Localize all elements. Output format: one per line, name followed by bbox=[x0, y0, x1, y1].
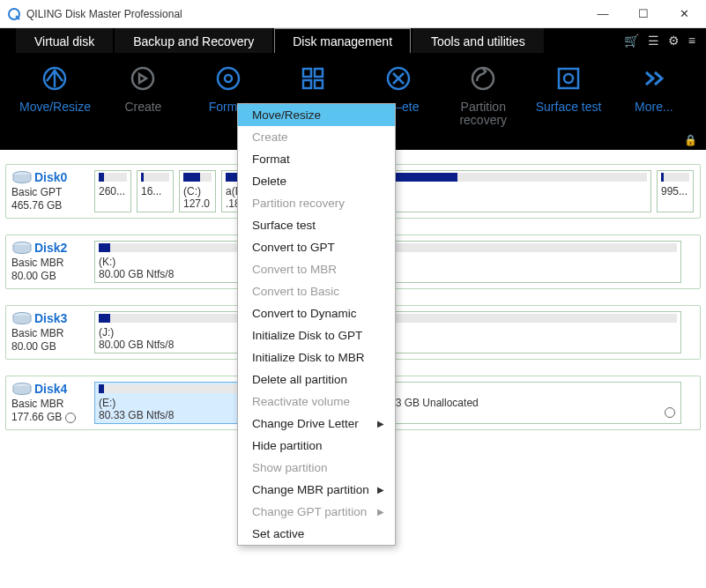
submenu-arrow-icon: ▶ bbox=[377, 485, 384, 495]
partition-size: 260... bbox=[99, 185, 127, 197]
ctx-delete-all-partition[interactable]: Delete all partition bbox=[238, 368, 395, 391]
ctx-item-label: Partition recovery bbox=[252, 197, 345, 210]
tab-backup-and-recovery[interactable]: Backup and Recovery bbox=[115, 28, 272, 53]
toolbar-icon bbox=[213, 63, 243, 93]
ctx-delete[interactable]: Delete bbox=[238, 170, 395, 192]
ctx-item-label: Hide partition bbox=[252, 439, 323, 452]
tab-virtual-disk[interactable]: Virtual disk bbox=[16, 28, 113, 53]
partition-size: 33 GB Unallocated bbox=[390, 397, 677, 409]
ctx-initialize-disk-to-gpt[interactable]: Initialize Disk to GPT bbox=[238, 324, 395, 346]
tab-disk-management[interactable]: Disk management bbox=[274, 28, 411, 53]
toolbar-more-[interactable]: More... bbox=[621, 63, 687, 114]
top-right-icons: 🛒 ☰ ⚙ ≡ bbox=[624, 28, 706, 53]
toolbar-label: Surface test bbox=[536, 100, 602, 114]
settings-icon[interactable]: ⚙ bbox=[668, 33, 680, 48]
disk-icon bbox=[11, 311, 33, 327]
partition-cell[interactable]: 995... bbox=[657, 170, 694, 212]
disk-name: Disk3 bbox=[11, 311, 89, 327]
disk-name: Disk0 bbox=[11, 170, 89, 186]
lock-icon[interactable]: 🔒 bbox=[684, 134, 697, 146]
toolbar-label: Create bbox=[124, 100, 161, 114]
disk-type: Basic GPT bbox=[11, 186, 89, 199]
disk-icon bbox=[11, 382, 33, 398]
ctx-item-label: Convert to MBR bbox=[252, 263, 337, 276]
tab-tools-and-utilities[interactable]: Tools and utilities bbox=[412, 28, 544, 53]
svg-point-3 bbox=[218, 68, 239, 89]
maximize-button[interactable]: ☐ bbox=[623, 1, 664, 27]
disk-meta[interactable]: Disk0Basic GPT465.76 GB bbox=[11, 170, 89, 212]
ctx-set-active[interactable]: Set active bbox=[238, 523, 395, 545]
top-strip: Virtual diskBackup and RecoveryDisk mana… bbox=[0, 28, 706, 53]
disk-type: Basic MBR bbox=[11, 327, 89, 340]
ctx-item-label: Delete all partition bbox=[252, 373, 347, 386]
ctx-item-label: Format bbox=[252, 153, 290, 166]
titlebar: QILING Disk Master Professional — ☐ ✕ bbox=[0, 0, 706, 28]
menu-icon[interactable]: ≡ bbox=[688, 33, 695, 48]
toolbar-icon bbox=[40, 63, 70, 93]
svg-rect-5 bbox=[303, 69, 311, 77]
partition-cell[interactable]: 33 GB Unallocated bbox=[385, 382, 681, 424]
radio-icon bbox=[65, 413, 76, 423]
ctx-convert-to-dynamic[interactable]: Convert to Dynamic bbox=[238, 302, 395, 324]
usage-bar bbox=[141, 173, 169, 182]
context-menu: Move/ResizeCreateFormatDeletePartition r… bbox=[237, 103, 396, 546]
disk-meta[interactable]: Disk4Basic MBR177.66 GB bbox=[11, 382, 89, 424]
toolbar-label: Move/Resize bbox=[19, 100, 91, 114]
ctx-show-partition: Show partition bbox=[238, 457, 395, 479]
toolbar-icon bbox=[554, 63, 583, 93]
toolbar-icon bbox=[128, 63, 158, 93]
usage-bar bbox=[661, 173, 689, 182]
disk-icon bbox=[11, 170, 33, 186]
disk-size: 80.00 GB bbox=[11, 270, 89, 283]
ctx-item-label: Initialize Disk to MBR bbox=[252, 351, 365, 364]
ctx-initialize-disk-to-mbr[interactable]: Initialize Disk to MBR bbox=[238, 346, 395, 368]
disk-size: 465.76 GB bbox=[11, 199, 89, 212]
ctx-surface-test[interactable]: Surface test bbox=[238, 214, 395, 236]
partition-label: (C:) bbox=[183, 185, 212, 197]
disk-meta[interactable]: Disk2Basic MBR80.00 GB bbox=[11, 241, 89, 283]
ctx-convert-to-gpt[interactable]: Convert to GPT bbox=[238, 236, 395, 258]
partition-cell[interactable]: 260... bbox=[94, 170, 131, 212]
partition-size: 127.0 bbox=[183, 197, 212, 210]
list-icon[interactable]: ☰ bbox=[648, 33, 659, 48]
app-logo-icon bbox=[7, 7, 21, 21]
disk-type: Basic MBR bbox=[11, 257, 89, 270]
ctx-item-label: Convert to GPT bbox=[252, 241, 335, 254]
ctx-item-label: Set active bbox=[252, 527, 304, 540]
partition-cell[interactable]: 16... bbox=[137, 170, 174, 212]
disk-name: Disk4 bbox=[11, 382, 89, 398]
ctx-item-label: Create bbox=[252, 130, 288, 144]
svg-point-4 bbox=[225, 75, 232, 82]
toolbar-label: Partitionrecovery bbox=[459, 100, 507, 128]
toolbar-create: Create bbox=[110, 63, 175, 114]
svg-rect-6 bbox=[315, 69, 323, 77]
window-controls: — ☐ ✕ bbox=[583, 1, 704, 27]
usage-bar bbox=[183, 173, 212, 182]
ctx-item-label: Show partition bbox=[252, 461, 328, 474]
disk-size: 177.66 GB bbox=[11, 411, 89, 424]
ctx-item-label: Change MBR partition bbox=[252, 483, 369, 496]
disk-meta[interactable]: Disk3Basic MBR80.00 GB bbox=[11, 311, 89, 354]
ctx-format[interactable]: Format bbox=[238, 148, 395, 170]
partition-size: 995... bbox=[661, 185, 689, 197]
svg-rect-8 bbox=[315, 80, 323, 88]
ctx-item-label: Convert to Dynamic bbox=[252, 307, 357, 320]
toolbar-surface-test[interactable]: Surface test bbox=[536, 63, 602, 114]
ctx-item-label: Surface test bbox=[252, 219, 316, 232]
cart-icon[interactable]: 🛒 bbox=[624, 33, 639, 48]
toolbar-move-resize[interactable]: Move/Resize bbox=[19, 63, 91, 114]
window-title: QILING Disk Master Professional bbox=[26, 8, 583, 20]
ctx-item-label: Delete bbox=[252, 175, 286, 188]
svg-point-10 bbox=[472, 68, 494, 89]
toolbar-icon bbox=[383, 63, 413, 93]
ctx-hide-partition[interactable]: Hide partition bbox=[238, 435, 395, 457]
ctx-change-drive-letter[interactable]: Change Drive Letter▶ bbox=[238, 413, 395, 435]
partition-cell[interactable]: (C:)127.0 bbox=[179, 170, 216, 212]
ctx-change-mbr-partition[interactable]: Change MBR partition▶ bbox=[238, 479, 395, 501]
ctx-move-resize[interactable]: Move/Resize bbox=[238, 104, 395, 126]
close-button[interactable]: ✕ bbox=[664, 1, 704, 27]
ctx-reactivate-volume: Reactivate volume bbox=[238, 391, 395, 413]
toolbar-label: More... bbox=[635, 100, 673, 114]
ctx-partition-recovery: Partition recovery bbox=[238, 192, 395, 214]
minimize-button[interactable]: — bbox=[583, 1, 623, 27]
